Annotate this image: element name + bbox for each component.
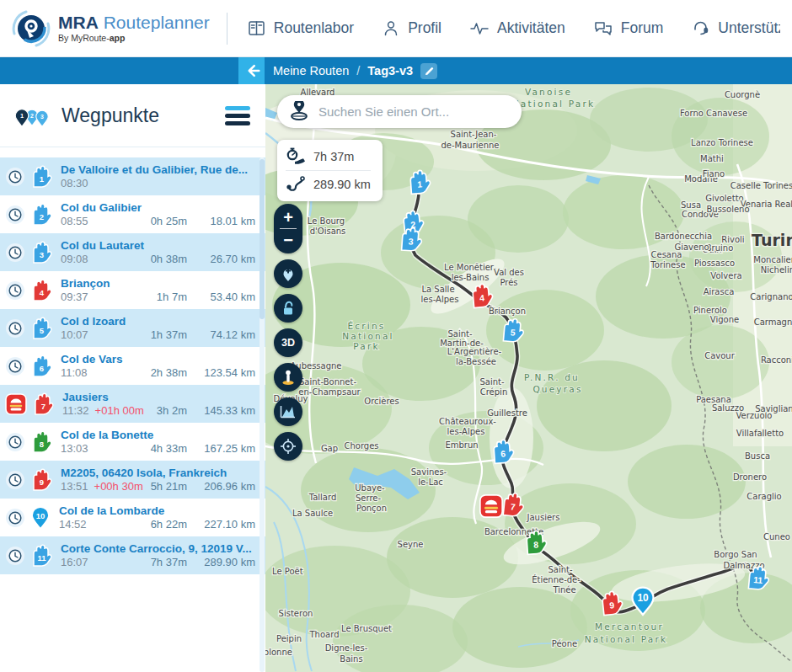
waypoint-marker-icon: 3 — [29, 240, 53, 265]
zoom-in-button[interactable]: + — [274, 206, 302, 228]
waypoint-row-1[interactable]: 1 De Valloire et du Galibier, Rue de... … — [0, 157, 265, 195]
svg-text:Givoletto: Givoletto — [705, 194, 743, 203]
waypoint-row-10[interactable]: 10 Col de la Lombarde 14:526h 22m227.10 … — [0, 499, 265, 536]
route-distance-value: 289.90 km — [313, 178, 371, 191]
svg-text:8: 8 — [40, 439, 44, 448]
svg-text:Saint-Jean-: Saint-Jean- — [451, 130, 497, 139]
svg-text:4: 4 — [40, 287, 45, 296]
waypoint-row-6[interactable]: 6 Col de Vars 11:082h 38m123.54 km — [0, 347, 265, 385]
search-input[interactable] — [318, 104, 511, 119]
waypoint-row-11[interactable]: 11 Corte Conte Carroccio, 9, 12019 V... … — [0, 536, 265, 574]
svg-text:Bains: Bains — [340, 654, 362, 664]
app-logo[interactable]: MRA Routeplanner By MyRoute-app — [12, 9, 210, 48]
svg-text:Ponçon: Ponçon — [356, 504, 387, 513]
svg-text:Piossasco: Piossasco — [694, 259, 735, 268]
rename-route-button[interactable] — [420, 63, 437, 79]
support-icon — [692, 19, 709, 37]
svg-text:Tinée: Tinée — [552, 585, 575, 595]
elevation-chart-button[interactable] — [274, 397, 302, 426]
map-panel: Allevard Vanoise National Park Saint-Jea… — [265, 84, 792, 672]
waypoint-row-2[interactable]: 2 Col du Galibier 08:550h 25m18.01 km — [0, 195, 265, 233]
waypoints-menu-button[interactable] — [225, 106, 250, 125]
3d-view-button[interactable]: 3D — [274, 328, 302, 357]
svg-text:Le Poët: Le Poët — [272, 567, 303, 576]
svg-text:National Park: National Park — [585, 634, 667, 644]
nav-item-unterstuetzung[interactable]: Unterstützung — [692, 19, 780, 37]
routelab-icon — [248, 19, 265, 37]
svg-text:Carmagnola: Carmagnola — [754, 317, 792, 327]
break-burger-map-icon[interactable] — [480, 495, 502, 517]
svg-text:Mathi: Mathi — [700, 154, 724, 163]
svg-text:Écrins: Écrins — [348, 321, 386, 331]
svg-text:Giaveno: Giaveno — [674, 243, 709, 252]
streetview-button[interactable] — [274, 363, 302, 392]
svg-text:Vanoise: Vanoise — [525, 87, 572, 97]
svg-text:Torinese: Torinese — [650, 260, 685, 269]
locate-me-button[interactable] — [274, 432, 302, 461]
svg-text:10: 10 — [36, 510, 45, 520]
waypoint-row-9[interactable]: 9 M2205, 06420 Isola, Frankreich 13:51+0… — [0, 461, 265, 499]
svg-text:Busca: Busca — [745, 451, 770, 461]
lock-map-button[interactable] — [274, 294, 302, 323]
clock-icon[interactable] — [5, 280, 25, 301]
nav-divider — [227, 13, 227, 45]
svg-text:Savigliano: Savigliano — [755, 404, 792, 413]
svg-text:de-Maurienne: de-Maurienne — [441, 141, 499, 150]
nav-menu: Routenlabor Profil Aktivitäten Forum Unt… — [248, 19, 780, 37]
svg-text:Airasca: Airasca — [704, 287, 735, 296]
waypoint-title: Col de la Lombarde — [59, 504, 255, 517]
clock-icon[interactable] — [5, 318, 25, 339]
svg-text:Digne-les-: Digne-les- — [325, 643, 368, 653]
waypoint-row-4[interactable]: 4 Briançon 09:371h 7m53.40 km — [0, 271, 265, 309]
break-burger-icon[interactable] — [5, 393, 27, 415]
waypoint-title: De Valloire et du Galibier, Rue de... — [61, 163, 255, 176]
waypoint-row-7[interactable]: 7 Jausiers 11:32+01h 00m3h 2m145.33 km — [0, 385, 265, 423]
nav-item-profil[interactable]: Profil — [383, 19, 441, 37]
route-distance-row: 289.90 km — [286, 173, 371, 195]
clock-icon[interactable] — [5, 205, 25, 225]
route-distance-icon — [286, 175, 306, 194]
locate-place-icon — [288, 101, 310, 123]
svg-text:Le Monêtier-: Le Monêtier- — [444, 263, 496, 272]
clock-icon[interactable] — [5, 167, 25, 187]
waypoint-marker-icon: 4 — [29, 278, 53, 303]
waypoint-row-5[interactable]: 5 Col d Izoard 10:071h 37m74.12 km — [0, 309, 265, 347]
svg-text:Vigone: Vigone — [710, 315, 739, 324]
svg-text:Val des: Val des — [494, 268, 524, 277]
clock-icon[interactable] — [5, 508, 25, 528]
svg-text:Queyras: Queyras — [532, 384, 582, 394]
svg-text:5: 5 — [510, 328, 516, 337]
clock-icon[interactable] — [5, 356, 25, 376]
svg-text:Peipin: Peipin — [276, 634, 302, 643]
svg-text:les-Alpes: les-Alpes — [447, 427, 485, 436]
nav-item-routenlabor[interactable]: Routenlabor — [248, 19, 354, 37]
svg-text:3: 3 — [40, 249, 44, 259]
waypoint-row-8[interactable]: 8 Col de la Bonette 13:034h 33m167.25 km — [0, 423, 265, 461]
svg-text:6: 6 — [500, 449, 506, 458]
add-waypoint-button[interactable] — [274, 259, 302, 288]
nav-item-aktivitaeten[interactable]: Aktivitäten — [470, 19, 565, 37]
svg-text:Caraglio: Caraglio — [747, 492, 781, 501]
clock-icon[interactable] — [5, 243, 25, 263]
breadcrumb-parent[interactable]: Meine Routen — [273, 64, 349, 77]
waypoints-pins-icon: 2 3 1 — [12, 100, 51, 131]
clock-icon[interactable] — [5, 432, 25, 452]
waypoint-row-3[interactable]: 3 Col du Lautaret 09:080h 38m26.70 km — [0, 233, 265, 271]
add-waypoint-pin-icon — [280, 265, 297, 282]
zoom-control: + − — [274, 204, 302, 253]
zoom-out-button[interactable]: − — [274, 229, 302, 251]
svg-text:9: 9 — [40, 477, 44, 486]
sidebar-collapse-button[interactable] — [238, 57, 265, 84]
nav-item-forum[interactable]: Forum — [594, 19, 664, 37]
svg-text:Moncalieri: Moncalieri — [753, 255, 792, 264]
svg-text:3: 3 — [40, 114, 44, 120]
sidebar-scrollbar-thumb[interactable] — [260, 159, 265, 319]
svg-text:Le Brusquet: Le Brusquet — [341, 624, 392, 633]
clock-icon[interactable] — [5, 470, 25, 490]
activities-icon — [470, 20, 489, 37]
svg-text:Volonne: Volonne — [265, 648, 292, 657]
waypoint-title: Col de la Bonette — [61, 429, 255, 441]
clock-icon[interactable] — [5, 546, 25, 566]
breadcrumb-separator: / — [356, 64, 360, 77]
waypoint-marker-icon: 8 — [29, 429, 53, 455]
